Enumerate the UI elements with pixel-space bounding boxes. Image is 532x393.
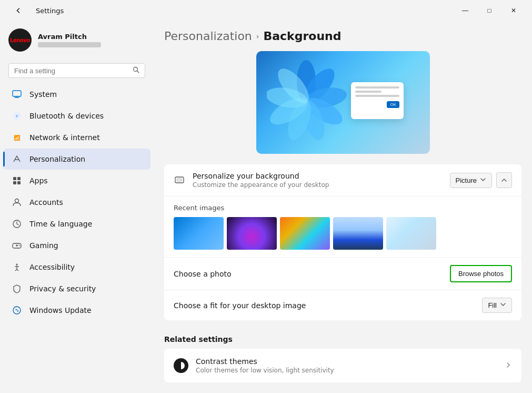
recent-images-label: Recent images	[174, 204, 512, 212]
svg-text:⚡: ⚡	[15, 113, 18, 119]
fit-value: Fill	[488, 301, 497, 309]
sidebar-item-label: Bluetooth & devices	[29, 112, 104, 120]
accessibility-icon	[12, 262, 22, 272]
personalization-icon	[12, 154, 22, 164]
breadcrumb-current: Background	[263, 30, 341, 43]
contrast-themes-title: Contrast themes	[196, 357, 497, 366]
sidebar-item-gaming[interactable]: Gaming	[3, 235, 150, 256]
sidebar-item-accounts[interactable]: Accounts	[3, 192, 150, 213]
choose-fit-row: Choose a fit for your desktop image Fill	[164, 290, 521, 320]
sidebar-item-label: Time & language	[29, 220, 92, 228]
sidebar-item-accessibility[interactable]: Accessibility	[3, 257, 150, 278]
fit-dropdown[interactable]: Fill	[482, 298, 512, 313]
svg-line-25	[17, 269, 18, 271]
contrast-themes-row[interactable]: Contrast themes Color themes for low vis…	[164, 349, 521, 382]
sidebar-item-personalization[interactable]: Personalization	[3, 149, 150, 170]
minimize-button[interactable]: —	[453, 2, 477, 19]
sidebar-item-label: Accessibility	[29, 263, 75, 271]
svg-rect-12	[13, 181, 16, 184]
search-box[interactable]	[8, 63, 145, 78]
choose-photo-row: Choose a photo Browse photos	[164, 258, 521, 290]
breadcrumb-separator: ›	[256, 32, 259, 41]
user-profile[interactable]: Lenovo Avram Piltch	[0, 21, 154, 59]
sidebar: Lenovo Avram Piltch	[0, 21, 154, 393]
recent-image-5[interactable]	[386, 217, 436, 250]
back-button[interactable]	[6, 2, 31, 19]
user-email-blurred	[38, 42, 101, 47]
system-icon	[12, 89, 22, 100]
breadcrumb: Personalization › Background	[164, 30, 521, 43]
title-bar: Settings — □ ✕	[0, 0, 532, 21]
svg-rect-13	[17, 181, 21, 184]
chevron-right-icon	[505, 361, 512, 370]
recent-image-3[interactable]	[280, 217, 330, 250]
recent-image-4[interactable]	[333, 217, 383, 250]
sidebar-item-label: System	[29, 90, 57, 99]
search-container	[0, 61, 154, 83]
preview-dialog-btn: OK	[387, 101, 399, 108]
lenovo-logo-icon: Lenovo	[10, 37, 30, 43]
user-name: Avram Piltch	[38, 33, 101, 41]
choose-fit-label: Choose a fit for your desktop image	[174, 301, 475, 310]
sidebar-item-label: Privacy & security	[29, 284, 96, 293]
recent-images-section: Recent images	[164, 196, 521, 258]
time-language-icon	[12, 219, 22, 229]
related-settings-section: Contrast themes Color themes for low vis…	[164, 349, 521, 382]
accounts-icon	[12, 197, 22, 208]
personalize-background-section: Personalize your background Customize th…	[164, 164, 521, 320]
sidebar-nav: System ⚡ Bluetooth & devices 📶	[0, 83, 154, 321]
windows-update-icon	[12, 305, 22, 316]
sidebar-item-network[interactable]: 📶 Network & internet	[3, 127, 150, 148]
avatar: Lenovo	[8, 28, 32, 52]
contrast-themes-subtitle: Color themes for low vision, light sensi…	[196, 367, 497, 374]
section-collapse-button[interactable]	[496, 172, 512, 188]
svg-line-1	[137, 71, 139, 73]
dropdown-chevron-icon	[480, 176, 486, 184]
sidebar-item-label: Windows Update	[29, 306, 92, 315]
related-settings-header: Related settings	[164, 327, 521, 349]
maximize-button[interactable]: □	[477, 2, 501, 19]
search-input[interactable]	[14, 67, 128, 75]
browse-photos-button[interactable]: Browse photos	[450, 265, 512, 282]
app-title: Settings	[36, 7, 64, 15]
sidebar-item-windows-update[interactable]: Windows Update	[3, 300, 150, 321]
sidebar-item-label: Gaming	[29, 241, 58, 250]
wallpaper-preview: OK	[256, 51, 430, 154]
sidebar-item-label: Network & internet	[29, 133, 100, 142]
related-settings-area: Related settings Contrast themes Color t…	[164, 327, 521, 382]
svg-rect-10	[13, 177, 16, 180]
fit-chevron-icon	[500, 301, 506, 309]
recent-image-1[interactable]	[174, 217, 224, 250]
background-type-value: Picture	[456, 176, 477, 184]
sidebar-item-apps[interactable]: Apps	[3, 170, 150, 191]
search-icon	[133, 66, 139, 75]
sidebar-item-time-language[interactable]: Time & language	[3, 213, 150, 234]
network-icon: 📶	[12, 132, 22, 143]
recent-images-grid	[174, 217, 512, 250]
close-button[interactable]: ✕	[501, 2, 526, 19]
personalize-row: Personalize your background Customize th…	[164, 164, 521, 196]
gaming-icon	[12, 240, 22, 251]
personalize-icon	[174, 174, 185, 186]
personalize-subtitle: Customize the appearance of your desktop	[193, 181, 443, 189]
apps-icon	[12, 175, 22, 186]
bloom-svg	[267, 54, 362, 146]
recent-image-2[interactable]	[227, 217, 277, 250]
sidebar-item-privacy-security[interactable]: Privacy & security	[3, 278, 150, 299]
contrast-themes-icon	[174, 358, 188, 373]
svg-rect-37	[177, 179, 182, 181]
background-type-dropdown[interactable]: Picture	[450, 173, 492, 188]
svg-point-14	[15, 199, 19, 203]
bluetooth-icon: ⚡	[12, 111, 22, 121]
choose-photo-label: Choose a photo	[174, 270, 443, 278]
svg-rect-11	[17, 177, 21, 180]
sidebar-item-label: Accounts	[29, 198, 63, 207]
svg-point-19	[18, 244, 19, 245]
svg-point-21	[16, 264, 18, 266]
sidebar-item-system[interactable]: System	[3, 84, 150, 105]
sidebar-item-bluetooth[interactable]: ⚡ Bluetooth & devices	[3, 105, 150, 126]
personalize-title: Personalize your background	[193, 172, 443, 180]
breadcrumb-parent[interactable]: Personalization	[164, 30, 252, 43]
window-controls: — □ ✕	[453, 2, 526, 19]
content-area: Personalization › Background	[154, 21, 532, 393]
